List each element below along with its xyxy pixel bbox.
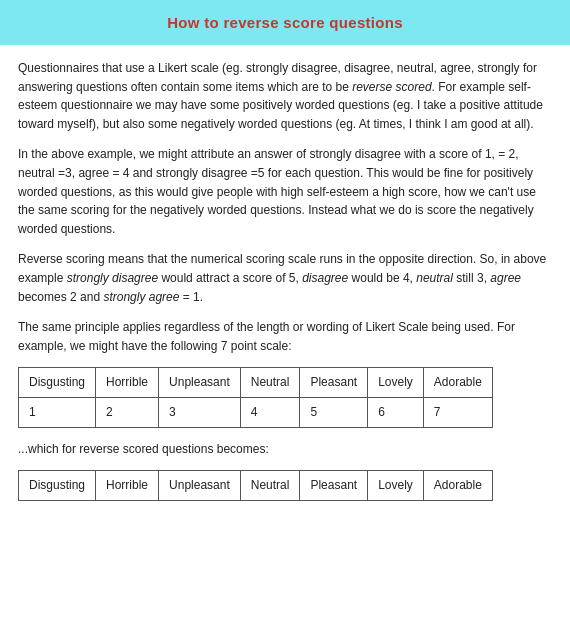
paragraph-2: In the above example, we might attribute…	[18, 145, 552, 238]
rev-col-lovely: Lovely	[368, 471, 424, 501]
rev-col-pleasant: Pleasant	[300, 471, 368, 501]
val-4: 4	[240, 397, 300, 427]
val-7: 7	[423, 397, 492, 427]
col-lovely: Lovely	[368, 368, 424, 398]
content-area: Questionnaires that use a Likert scale (…	[0, 59, 570, 531]
rev-col-unpleasant: Unpleasant	[159, 471, 241, 501]
col-neutral: Neutral	[240, 368, 300, 398]
table-header-row: Disgusting Horrible Unpleasant Neutral P…	[19, 368, 493, 398]
paragraph-1: Questionnaires that use a Likert scale (…	[18, 59, 552, 133]
col-pleasant: Pleasant	[300, 368, 368, 398]
rev-col-disgusting: Disgusting	[19, 471, 96, 501]
val-6: 6	[368, 397, 424, 427]
paragraph-3: Reverse scoring means that the numerical…	[18, 250, 552, 306]
rev-col-neutral: Neutral	[240, 471, 300, 501]
reverse-table: Disgusting Horrible Unpleasant Neutral P…	[18, 470, 493, 501]
col-horrible: Horrible	[96, 368, 159, 398]
reverse-header-row: Disgusting Horrible Unpleasant Neutral P…	[19, 471, 493, 501]
val-3: 3	[159, 397, 241, 427]
paragraph-5: ...which for reverse scored questions be…	[18, 440, 552, 459]
col-unpleasant: Unpleasant	[159, 368, 241, 398]
header-banner: How to reverse score questions	[0, 0, 570, 45]
reverse-table-wrapper: Disgusting Horrible Unpleasant Neutral P…	[18, 470, 552, 501]
table-value-row: 1 2 3 4 5 6 7	[19, 397, 493, 427]
scale-table: Disgusting Horrible Unpleasant Neutral P…	[18, 367, 493, 427]
rev-col-adorable: Adorable	[423, 471, 492, 501]
page-container: How to reverse score questions Questionn…	[0, 0, 570, 624]
page-title: How to reverse score questions	[20, 14, 550, 31]
rev-col-horrible: Horrible	[96, 471, 159, 501]
val-2: 2	[96, 397, 159, 427]
val-5: 5	[300, 397, 368, 427]
col-disgusting: Disgusting	[19, 368, 96, 398]
col-adorable: Adorable	[423, 368, 492, 398]
scale-table-wrapper: Disgusting Horrible Unpleasant Neutral P…	[18, 367, 552, 427]
paragraph-4: The same principle applies regardless of…	[18, 318, 552, 355]
val-1: 1	[19, 397, 96, 427]
